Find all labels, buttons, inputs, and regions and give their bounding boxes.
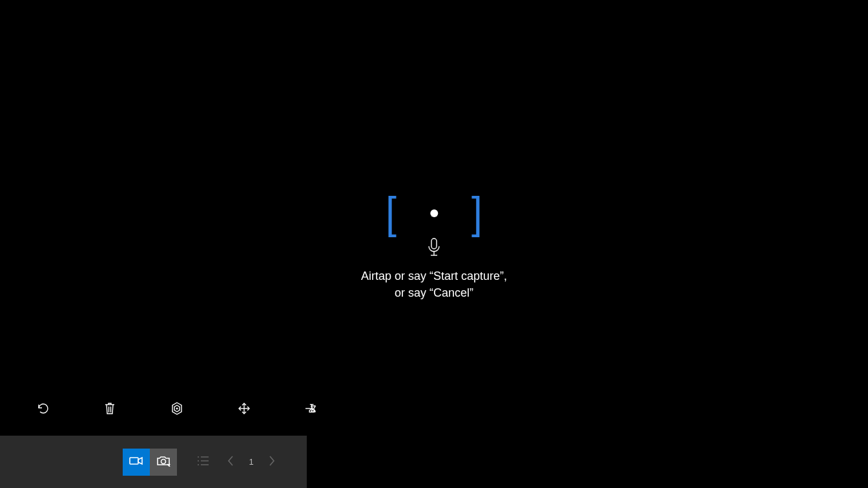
svg-point-12 — [161, 459, 166, 463]
pin-icon — [304, 403, 318, 417]
list-icon — [197, 456, 210, 469]
undo-icon — [36, 402, 49, 418]
reticle-dot-icon — [430, 209, 438, 217]
chevron-left-icon — [227, 455, 234, 469]
bracket-left-icon: [ — [386, 191, 397, 236]
bracket-right-icon: ] — [471, 191, 482, 236]
video-mode-button[interactable] — [123, 449, 150, 476]
viewfinder[interactable]: [ ] — [386, 194, 482, 233]
pin-button[interactable] — [301, 399, 322, 420]
svg-text:+: + — [168, 461, 170, 467]
undo-button[interactable] — [32, 399, 53, 420]
target-button[interactable] — [167, 399, 187, 420]
video-camera-icon — [129, 456, 143, 469]
svg-rect-11 — [130, 458, 138, 464]
svg-point-7 — [176, 408, 178, 410]
instruction-text: Airtap or say “Start capture”, or say “C… — [305, 268, 563, 301]
target-icon — [170, 401, 184, 418]
instruction-line-2: or say “Cancel” — [305, 284, 563, 301]
list-button[interactable] — [190, 449, 217, 476]
svg-point-20 — [198, 464, 199, 465]
instruction-area: Airtap or say “Start capture”, or say “C… — [305, 238, 563, 301]
bottom-bar: + 1 — [0, 436, 307, 488]
photo-camera-icon: + — [156, 455, 170, 469]
photo-mode-button[interactable]: + — [150, 449, 177, 476]
delete-button[interactable] — [99, 399, 120, 420]
svg-point-18 — [198, 460, 199, 461]
next-page-button[interactable] — [258, 449, 285, 476]
mid-toolbar — [32, 399, 322, 420]
chevron-right-icon — [268, 455, 276, 469]
svg-point-16 — [198, 456, 199, 458]
instruction-line-1: Airtap or say “Start capture”, — [305, 268, 563, 284]
microphone-icon — [428, 238, 440, 260]
prev-page-button[interactable] — [217, 449, 244, 476]
page-number: 1 — [244, 457, 258, 467]
move-button[interactable] — [234, 399, 254, 420]
move-icon — [238, 402, 251, 418]
svg-rect-0 — [431, 239, 437, 249]
delete-icon — [103, 401, 116, 418]
